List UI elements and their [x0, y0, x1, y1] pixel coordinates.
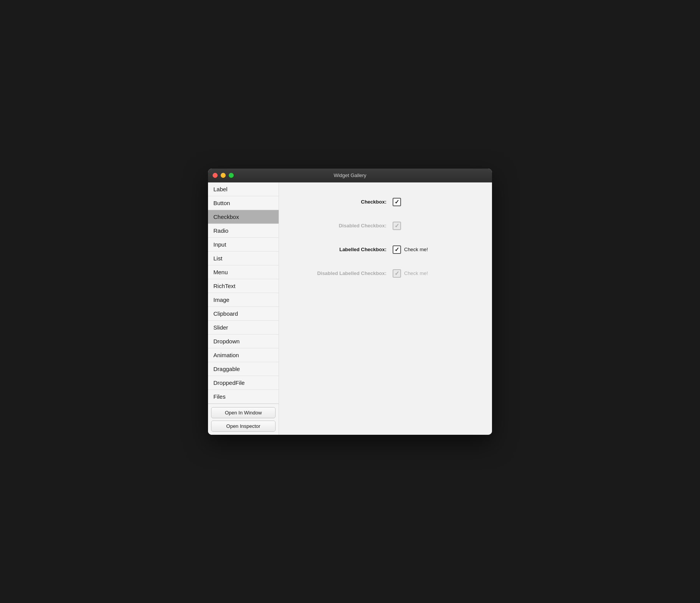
widget-row-labelled-checkbox: Labelled Checkbox:✓Check me!	[302, 245, 469, 254]
widget-row-disabled-labelled-checkbox: Disabled Labelled Checkbox:✓Check me!	[302, 269, 469, 278]
sidebar-item-droppedfile[interactable]: DroppedFile	[208, 376, 279, 390]
sidebar-item-slider[interactable]: Slider	[208, 321, 279, 335]
checkbox-checkbox[interactable]: ✓	[393, 198, 401, 206]
checkbox-wrapper-labelled-checkbox: ✓Check me!	[393, 245, 428, 254]
app-window: Widget Gallery LabelButtonCheckboxRadioI…	[208, 169, 492, 435]
open-inspector-button[interactable]: Open Inspector	[211, 421, 276, 432]
sidebar-list: LabelButtonCheckboxRadioInputListMenuRic…	[208, 182, 279, 404]
sidebar-item-richtext[interactable]: RichText	[208, 279, 279, 293]
widget-label-disabled-labelled-checkbox: Disabled Labelled Checkbox:	[302, 270, 386, 276]
widget-label-labelled-checkbox: Labelled Checkbox:	[302, 247, 386, 252]
checkbox-text-labelled-checkbox: Check me!	[404, 247, 428, 252]
sidebar-item-list[interactable]: List	[208, 252, 279, 265]
sidebar-item-radio[interactable]: Radio	[208, 224, 279, 238]
sidebar-item-checkbox[interactable]: Checkbox	[208, 210, 279, 224]
checkbox-text-disabled-labelled-checkbox: Check me!	[404, 270, 428, 276]
sidebar: LabelButtonCheckboxRadioInputListMenuRic…	[208, 182, 279, 435]
widget-label-checkbox: Checkbox:	[302, 199, 386, 205]
sidebar-footer: Open In Window Open Inspector	[208, 404, 279, 435]
content-area: Checkbox:✓Disabled Checkbox:✓Labelled Ch…	[279, 182, 492, 435]
sidebar-item-animation[interactable]: Animation	[208, 348, 279, 362]
checkmark-checkbox: ✓	[395, 199, 400, 205]
open-in-window-button[interactable]: Open In Window	[211, 407, 276, 418]
close-button[interactable]	[213, 173, 218, 178]
window-controls	[213, 173, 234, 178]
sidebar-item-dropdown[interactable]: Dropdown	[208, 335, 279, 348]
checkmark-disabled-labelled-checkbox: ✓	[395, 270, 400, 276]
main-content: LabelButtonCheckboxRadioInputListMenuRic…	[208, 182, 492, 435]
widget-row-disabled-checkbox: Disabled Checkbox:✓	[302, 222, 469, 230]
checkbox-wrapper-disabled-checkbox: ✓	[393, 222, 401, 230]
checkbox-labelled-checkbox[interactable]: ✓	[393, 245, 401, 254]
widget-label-disabled-checkbox: Disabled Checkbox:	[302, 223, 386, 229]
checkbox-wrapper-checkbox: ✓	[393, 198, 401, 206]
checkmark-labelled-checkbox: ✓	[395, 247, 400, 252]
titlebar: Widget Gallery	[208, 169, 492, 182]
sidebar-item-label[interactable]: Label	[208, 182, 279, 196]
checkbox-disabled-labelled-checkbox: ✓	[393, 269, 401, 278]
sidebar-item-input[interactable]: Input	[208, 238, 279, 252]
maximize-button[interactable]	[229, 173, 234, 178]
sidebar-item-menu[interactable]: Menu	[208, 265, 279, 279]
minimize-button[interactable]	[221, 173, 226, 178]
widget-row-checkbox: Checkbox:✓	[302, 198, 469, 206]
sidebar-item-draggable[interactable]: Draggable	[208, 362, 279, 376]
window-title: Widget Gallery	[333, 172, 366, 178]
sidebar-item-button[interactable]: Button	[208, 196, 279, 210]
checkbox-disabled-checkbox: ✓	[393, 222, 401, 230]
sidebar-item-files[interactable]: Files	[208, 390, 279, 404]
checkbox-wrapper-disabled-labelled-checkbox: ✓Check me!	[393, 269, 428, 278]
sidebar-item-clipboard[interactable]: Clipboard	[208, 307, 279, 321]
checkmark-disabled-checkbox: ✓	[395, 223, 400, 229]
sidebar-item-image[interactable]: Image	[208, 293, 279, 307]
